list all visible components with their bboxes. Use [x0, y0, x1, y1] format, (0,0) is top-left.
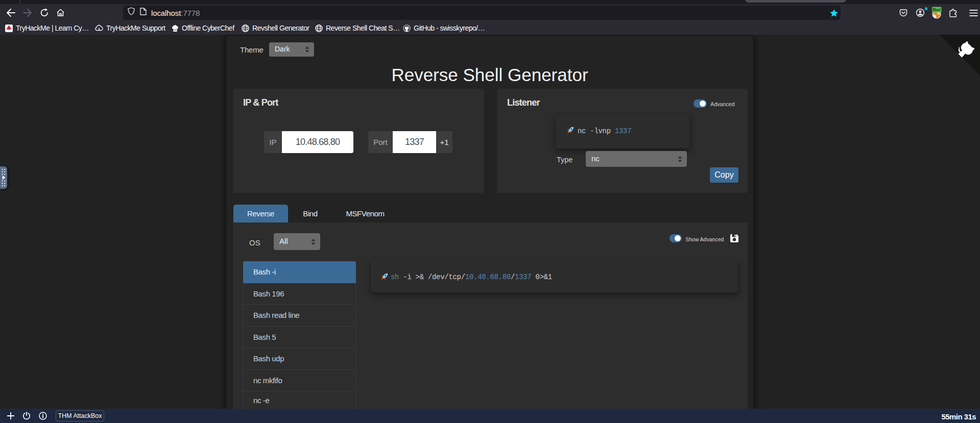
- svg-text:Bur: Bur: [933, 7, 941, 12]
